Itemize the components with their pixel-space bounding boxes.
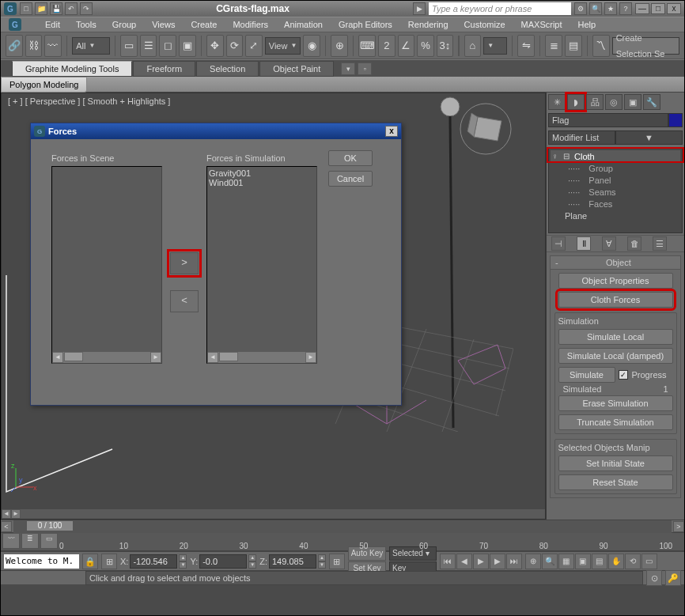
star-icon[interactable]: ★ bbox=[604, 2, 617, 15]
use-center-icon[interactable]: ◉ bbox=[303, 35, 320, 57]
object-name-input[interactable] bbox=[548, 113, 668, 127]
coord-x-value[interactable]: -120.546 bbox=[130, 554, 177, 569]
time-slider[interactable]: < 0 / 100 > bbox=[1, 520, 684, 532]
object-color-swatch[interactable] bbox=[668, 113, 683, 127]
menu-tools[interactable]: Tools bbox=[76, 20, 97, 29]
add-time-tag-icon[interactable]: ⊙ bbox=[646, 570, 662, 586]
cmd-tab-modify[interactable]: ◗ bbox=[567, 94, 585, 110]
coord-y-value[interactable]: -0.0 bbox=[199, 554, 247, 569]
sim-forces-list[interactable]: Gravity001Wind001 ◄ ► bbox=[206, 166, 317, 364]
goto-end-icon[interactable]: ⏭ bbox=[506, 554, 522, 569]
tab-object-paint[interactable]: Object Paint bbox=[259, 61, 334, 77]
remove-mod-icon[interactable]: 🗑 bbox=[627, 236, 641, 251]
prev-frame-icon[interactable]: ◀ bbox=[456, 554, 472, 569]
scene-forces-list[interactable]: ◄ ► bbox=[51, 166, 162, 364]
menu-rendering[interactable]: Rendering bbox=[408, 20, 448, 29]
coord-z-value[interactable]: 149.085 bbox=[269, 554, 316, 569]
trackbar-filter-icon[interactable]: ≣ bbox=[21, 533, 39, 549]
bind-spacewarp-icon[interactable]: 〰 bbox=[44, 35, 62, 57]
scroll-left-icon[interactable]: ◄ bbox=[207, 352, 218, 363]
help-icon[interactable]: ? bbox=[619, 2, 632, 15]
scroll-thumb[interactable] bbox=[219, 352, 238, 361]
make-unique-icon[interactable]: ∀ bbox=[602, 236, 616, 251]
y-spin-down[interactable]: ▼ bbox=[248, 561, 256, 569]
scroll-right-icon[interactable]: ► bbox=[150, 352, 161, 363]
ref-coord-dropdown[interactable]: View▼ bbox=[265, 37, 301, 55]
undo-icon[interactable]: ↶ bbox=[65, 2, 78, 15]
z-spin-up[interactable]: ▲ bbox=[318, 554, 326, 561]
keyboard-shortcut-icon[interactable]: ⌨ bbox=[358, 35, 376, 57]
mod-sub-panel[interactable]: ····· Panel bbox=[551, 174, 680, 186]
mirror-icon[interactable]: ⇋ bbox=[517, 35, 535, 57]
viewport[interactable]: [ + ] [ Perspective ] [ Smooth + Highlig… bbox=[1, 93, 546, 520]
rollout-object-header[interactable]: Object bbox=[551, 256, 680, 270]
dialog-ok-button[interactable]: OK bbox=[328, 150, 373, 166]
percent-snap-icon[interactable]: % bbox=[417, 35, 434, 57]
y-spin-up[interactable]: ▲ bbox=[248, 554, 256, 561]
angle-snap-icon[interactable]: ∠ bbox=[398, 35, 415, 57]
x-spin-up[interactable]: ▲ bbox=[179, 554, 187, 561]
maxscript-listener[interactable]: Welcome to M. bbox=[4, 554, 79, 569]
app-menu-button[interactable]: G bbox=[9, 18, 21, 31]
dialog-cancel-button[interactable]: Cancel bbox=[328, 171, 373, 187]
select-region-icon[interactable]: ◻ bbox=[159, 35, 176, 57]
simulate-button[interactable]: Simulate bbox=[558, 367, 615, 383]
layers-icon[interactable]: ▤ bbox=[565, 35, 582, 57]
z-spin-down[interactable]: ▼ bbox=[318, 561, 326, 569]
goto-start-icon[interactable]: ⏮ bbox=[440, 554, 456, 569]
selection-filter-dropdown[interactable]: All▼ bbox=[72, 37, 110, 55]
zoom-all-icon[interactable]: ▦ bbox=[558, 554, 574, 569]
mini-curve-editor-icon[interactable]: 〰 bbox=[2, 533, 20, 549]
time-slider-thumb[interactable]: 0 / 100 bbox=[26, 520, 74, 531]
lock-selection-icon[interactable]: 🔒 bbox=[82, 554, 98, 569]
named-selection-dropdown[interactable]: Create Selection Se bbox=[612, 37, 679, 55]
track-bar[interactable]: 〰 ≣ ▭ 0102030405060708090100 bbox=[1, 532, 684, 551]
object-properties-button[interactable]: Object Properties bbox=[558, 273, 673, 289]
modifier-list-dropdown[interactable]: Modifier List bbox=[548, 130, 615, 145]
set-initial-state-button[interactable]: Set Initial State bbox=[558, 455, 673, 471]
sim-force-item[interactable]: Gravity001 bbox=[209, 168, 315, 178]
configure-sets-icon[interactable]: ☰ bbox=[653, 236, 667, 251]
pin-stack-icon[interactable]: ⊣ bbox=[551, 236, 566, 251]
menu-modifiers[interactable]: Modifiers bbox=[233, 20, 268, 29]
scroll-left-icon[interactable]: ◄ bbox=[52, 352, 63, 363]
menu-edit[interactable]: Edit bbox=[45, 20, 60, 29]
mod-sub-seams[interactable]: ····· Seams bbox=[551, 186, 680, 198]
dialog-close-button[interactable]: x bbox=[385, 126, 398, 137]
play-icon[interactable]: ▶ bbox=[473, 554, 489, 569]
ts-next-icon[interactable]: > bbox=[673, 521, 684, 532]
truncate-simulation-button[interactable]: Truncate Simulation bbox=[558, 414, 673, 430]
window-crossing-icon[interactable]: ▣ bbox=[179, 35, 196, 57]
zoom-icon[interactable]: 🔍 bbox=[542, 554, 558, 569]
reset-state-button[interactable]: Reset State bbox=[558, 474, 673, 490]
erase-simulation-button[interactable]: Erase Simulation bbox=[558, 395, 673, 411]
scroll-thumb[interactable] bbox=[64, 352, 83, 361]
show-end-result-icon[interactable]: Ⅱ bbox=[577, 236, 591, 251]
lightbulb-icon[interactable]: ♀ bbox=[552, 152, 560, 161]
x-spin-down[interactable]: ▼ bbox=[179, 561, 187, 569]
close-window-button[interactable]: x bbox=[667, 3, 681, 14]
new-icon[interactable]: □ bbox=[20, 2, 32, 15]
cmd-tab-utilities[interactable]: 🔧 bbox=[643, 94, 660, 110]
viewport-divider-bar[interactable]: ◄ ► bbox=[2, 509, 545, 519]
rotate-icon[interactable]: ⟳ bbox=[226, 35, 244, 57]
simulate-local-damped-button[interactable]: Simulate Local (damped) bbox=[558, 348, 673, 364]
menu-views[interactable]: Views bbox=[152, 20, 175, 29]
named-sel-arrow[interactable]: ▼ bbox=[483, 37, 507, 55]
tab-freeform[interactable]: Freeform bbox=[133, 61, 195, 77]
edit-named-sel-icon[interactable]: ⌂ bbox=[464, 35, 482, 57]
tab-graphite-modeling[interactable]: Graphite Modeling Tools bbox=[12, 61, 132, 77]
menu-animation[interactable]: Animation bbox=[284, 20, 323, 29]
remove-force-button[interactable]: < bbox=[170, 290, 199, 312]
cmd-tab-hierarchy[interactable]: 品 bbox=[586, 94, 604, 110]
modifier-list-arrow-icon[interactable]: ▼ bbox=[615, 130, 683, 145]
ts-prev-icon[interactable]: < bbox=[1, 521, 12, 532]
comm-center-icon[interactable]: 🔍 bbox=[589, 2, 602, 15]
unlink-icon[interactable]: ⛓ bbox=[25, 35, 43, 57]
mod-cloth[interactable]: ♀ ⊟ Cloth bbox=[551, 150, 680, 162]
menu-create[interactable]: Create bbox=[191, 20, 217, 29]
polygon-modeling-tab[interactable]: Polygon Modeling bbox=[1, 77, 87, 93]
minimize-button[interactable]: — bbox=[635, 3, 649, 14]
mod-sub-group[interactable]: ····· Group bbox=[551, 162, 680, 174]
add-force-button[interactable]: > bbox=[170, 252, 199, 274]
